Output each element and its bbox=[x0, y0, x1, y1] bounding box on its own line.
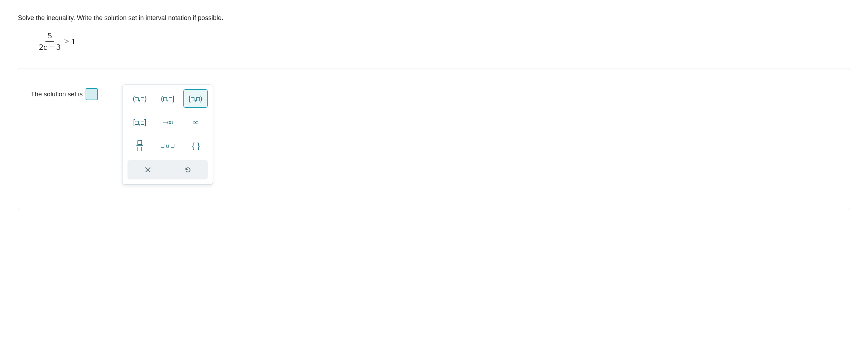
empty-set-button[interactable]: { } bbox=[183, 136, 208, 155]
interval-open-open-button[interactable]: (,) bbox=[127, 89, 152, 108]
relation-text: > 1 bbox=[64, 37, 76, 46]
symbol-palette: (,) (,] [,) [,] −∞ ∞ bbox=[122, 85, 213, 185]
solution-prompt-tail: . bbox=[101, 91, 102, 98]
solution-prompt-row: The solution set is . bbox=[31, 88, 102, 100]
fraction-denominator: 2c − 3 bbox=[38, 42, 62, 52]
undo-icon bbox=[184, 166, 191, 173]
answer-input-box[interactable] bbox=[86, 88, 98, 100]
interval-closed-open-button[interactable]: [,) bbox=[183, 89, 208, 108]
positive-infinity-button[interactable]: ∞ bbox=[183, 113, 208, 131]
inequality-expression: 5 2c − 3 > 1 bbox=[38, 31, 850, 52]
union-button[interactable]: ∪ bbox=[155, 136, 180, 155]
fraction-button[interactable] bbox=[127, 136, 152, 155]
fraction-numerator: 5 bbox=[45, 31, 54, 42]
interval-closed-closed-button[interactable]: [,] bbox=[127, 113, 152, 131]
instruction-text: Solve the inequality. Write the solution… bbox=[18, 14, 850, 22]
undo-button[interactable] bbox=[169, 162, 206, 177]
negative-infinity-button[interactable]: −∞ bbox=[155, 113, 180, 131]
answer-panel: The solution set is . (,) (,] [,) [,] −∞… bbox=[18, 68, 850, 210]
close-icon bbox=[145, 167, 151, 173]
interval-open-closed-button[interactable]: (,] bbox=[155, 89, 180, 108]
solution-prompt-label: The solution set is bbox=[31, 91, 83, 98]
clear-button[interactable] bbox=[130, 162, 166, 177]
